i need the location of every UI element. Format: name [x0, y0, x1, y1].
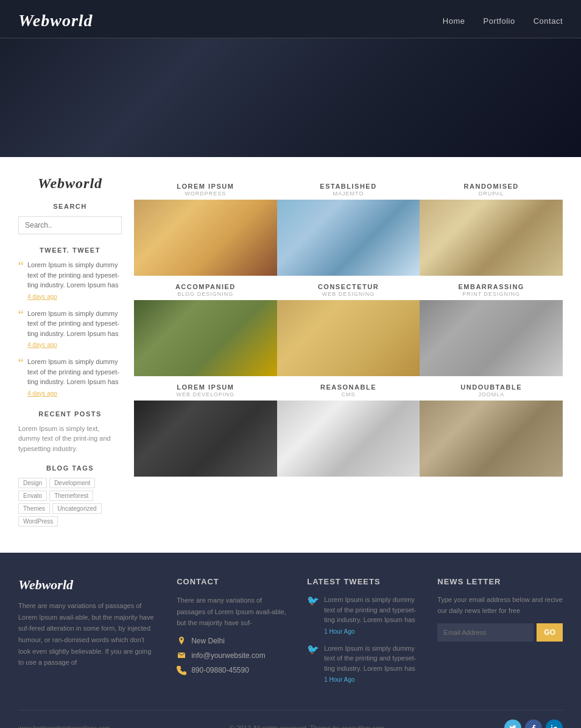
- social-twitter-button[interactable]: [504, 719, 521, 728]
- footer-newsletter-col: NEWS LETTER Type your email address belo…: [437, 577, 563, 691]
- portfolio-title-6: LOREM IPSUM: [137, 383, 274, 391]
- footer-tweets-title: LATEST TWEETS: [307, 577, 419, 586]
- hero-overlay: [0, 38, 581, 157]
- footer-email: info@yourwebsite.com: [191, 651, 266, 660]
- quote-icon-2: “: [18, 309, 24, 350]
- portfolio-title-5: EMBARRASSING: [423, 283, 560, 290]
- social-linkedin-button[interactable]: [546, 719, 563, 728]
- nav-contact[interactable]: Contact: [533, 16, 563, 26]
- portfolio-sub-4: WEB DESIGNING: [280, 291, 417, 297]
- portfolio-item-0[interactable]: LOREM IPSUM WORDPRESS: [134, 175, 277, 276]
- footer-email-item: info@yourwebsite.com: [177, 651, 289, 660]
- footer-social: [504, 719, 563, 728]
- main-content: Webworld SEARCH TWEET. TWEET “ Lorem Ips…: [0, 157, 581, 553]
- tweet-time-2: 4 days ago: [27, 340, 122, 349]
- tag-wordpress[interactable]: WordPress: [18, 516, 58, 527]
- tag-themeforest[interactable]: Themeforest: [49, 491, 93, 501]
- portfolio-label-5: EMBARRASSING PRINT DESIGNING: [420, 276, 563, 300]
- portfolio-label-3: ACCOMPANIED BLOG DESIGNING: [134, 276, 277, 300]
- header-top: Webworld Home Portfolio Contact: [0, 0, 581, 38]
- recent-post-text: Lorem Ipsum is simply text, dummy text o…: [18, 424, 122, 454]
- portfolio-item-3[interactable]: ACCOMPANIED BLOG DESIGNING: [134, 276, 277, 376]
- portfolio-sub-0: WORDPRESS: [137, 191, 274, 197]
- portfolio-image-7: [277, 401, 420, 477]
- portfolio-image-4: [277, 300, 420, 376]
- tweet-section: TWEET. TWEET “ Lorem Ipsum is simply dum…: [18, 247, 122, 398]
- quote-icon-3: “: [18, 357, 24, 398]
- search-section-title: SEARCH: [18, 203, 122, 210]
- header: Webworld Home Portfolio Contact: [0, 0, 581, 157]
- recent-posts-section: RECENT POSTS Lorem Ipsum is simply text,…: [18, 410, 122, 454]
- portfolio-sub-2: DRUPAL: [423, 191, 560, 197]
- tag-envato[interactable]: Envato: [18, 491, 47, 501]
- footer-tweet-time-2: 1 Hour Ago: [324, 675, 419, 684]
- portfolio-label-0: LOREM IPSUM WORDPRESS: [134, 175, 277, 200]
- footer-newsletter-title: NEWS LETTER: [437, 577, 563, 586]
- hero-image: [0, 38, 581, 157]
- linkedin-icon: [551, 724, 558, 728]
- tag-uncategorized[interactable]: Uncategorized: [52, 503, 101, 514]
- social-facebook-button[interactable]: [525, 719, 542, 728]
- portfolio-item-7[interactable]: REASONABLE CMS: [277, 376, 420, 477]
- tag-themes[interactable]: Themes: [18, 503, 50, 514]
- footer-phone: 890-09880-45590: [191, 666, 249, 674]
- phone-icon: [177, 665, 186, 675]
- portfolio-title-1: ESTABLISHED: [280, 183, 417, 190]
- portfolio-image-1: [277, 200, 420, 276]
- tag-design[interactable]: Design: [18, 478, 47, 488]
- portfolio-label-2: RANDOMISED DRUPAL: [420, 175, 563, 200]
- footer-tweet-text-1: Lorem Ipsum is simply dummy text of the …: [324, 595, 419, 636]
- portfolio-title-7: REASONABLE: [280, 383, 417, 391]
- footer-contact-col: CONTACT There are many variations of pas…: [177, 577, 289, 691]
- footer-description: There are many variations of passages of…: [18, 600, 158, 668]
- footer: Webworld There are many variations of pa…: [0, 553, 581, 728]
- portfolio-sub-8: JOOMLA: [423, 391, 560, 397]
- twitter-icon: [509, 724, 516, 728]
- footer-bottom: www.heritagechristiancollege.com © 2013 …: [18, 710, 563, 728]
- email-icon: [177, 651, 186, 660]
- footer-contact-description: There are many variations of passages of…: [177, 595, 289, 629]
- portfolio-label-1: ESTABLISHED MAJEMTO: [277, 175, 420, 200]
- portfolio-label-7: REASONABLE CMS: [277, 376, 420, 401]
- portfolio-sub-1: MAJEMTO: [280, 191, 417, 197]
- quote-icon-1: “: [18, 260, 24, 301]
- footer-address: New Delhi: [191, 637, 225, 645]
- portfolio-item-8[interactable]: UNDOUBTABLE JOOMLA: [420, 376, 563, 477]
- nav-portfolio[interactable]: Portfolio: [483, 16, 515, 26]
- tags-container: Design Development Envato Themeforest Th…: [18, 478, 122, 527]
- tweet-text-3: Lorem Ipsum is simply dummy text of the …: [27, 357, 122, 398]
- portfolio-item-2[interactable]: RANDOMISED DRUPAL: [420, 175, 563, 276]
- portfolio-title-4: CONSECTETUR: [280, 283, 417, 290]
- portfolio-title-3: ACCOMPANIED: [137, 283, 274, 290]
- footer-tweets-col: LATEST TWEETS 🐦 Lorem Ipsum is simply du…: [307, 577, 419, 691]
- portfolio-image-3: [134, 300, 277, 376]
- site-logo: Webworld: [18, 11, 93, 30]
- blog-tags-title: BLOG TAGS: [18, 464, 122, 472]
- footer-contact-title: CONTACT: [177, 577, 289, 586]
- footer-tweet-text-2: Lorem Ipsum is simply dummy text of the …: [324, 643, 419, 685]
- newsletter-email-input[interactable]: [437, 623, 533, 642]
- search-input[interactable]: [18, 216, 122, 234]
- footer-copyright: © 2013 All rights reserved. Theme by css…: [230, 724, 385, 728]
- portfolio-item-5[interactable]: EMBARRASSING PRINT DESIGNING: [420, 276, 563, 376]
- portfolio-item-6[interactable]: LOREM IPSUM WEB DEVELOPING: [134, 376, 277, 477]
- location-icon: [177, 636, 186, 646]
- footer-phone-item: 890-09880-45590: [177, 665, 289, 675]
- tweet-section-title: TWEET. TWEET: [18, 247, 122, 254]
- portfolio-item-4[interactable]: CONSECTETUR WEB DESIGNING: [277, 276, 420, 376]
- newsletter-submit-button[interactable]: GO: [537, 623, 563, 642]
- facebook-icon: [530, 724, 537, 728]
- nav-home[interactable]: Home: [443, 16, 465, 26]
- portfolio-image-8: [420, 401, 563, 477]
- tweet-text-1: Lorem Ipsum is simply dummy text of the …: [27, 260, 122, 301]
- tweet-text-2: Lorem Ipsum is simply dummy text of the …: [27, 309, 122, 350]
- footer-tweet-2: 🐦 Lorem Ipsum is simply dummy text of th…: [307, 643, 419, 685]
- tag-development[interactable]: Development: [49, 478, 95, 488]
- sidebar-logo: Webworld: [18, 175, 122, 192]
- portfolio-image-0: [134, 200, 277, 276]
- portfolio-item-1[interactable]: ESTABLISHED MAJEMTO: [277, 175, 420, 276]
- footer-address-item: New Delhi: [177, 636, 289, 646]
- tweet-item-3: “ Lorem Ipsum is simply dummy text of th…: [18, 357, 122, 398]
- footer-logo: Webworld: [18, 577, 158, 593]
- tweet-time-3: 4 days ago: [27, 389, 122, 398]
